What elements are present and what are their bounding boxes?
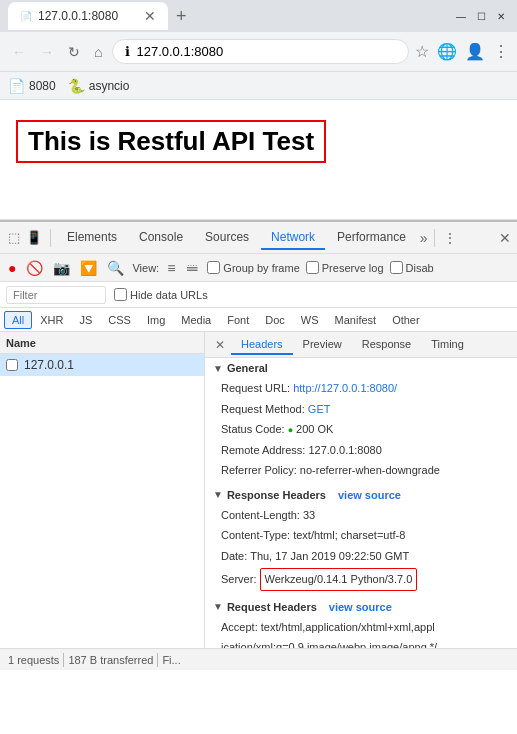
requests-header: Name xyxy=(0,332,204,354)
bookmarks-bar: 📄 8080 🐍 asyncio xyxy=(0,72,517,100)
back-button[interactable]: ← xyxy=(8,42,30,62)
tab-performance[interactable]: Performance xyxy=(327,226,416,250)
browser-tab[interactable]: 📄 127.0.0.1:8080 ✕ xyxy=(8,2,168,30)
header-row-status: Status Code: 200 OK xyxy=(221,419,509,440)
type-js[interactable]: JS xyxy=(71,311,100,329)
req-header-accept: Accept: text/html,application/xhtml+xml,… xyxy=(221,617,509,638)
device-icon[interactable]: 📱 xyxy=(24,228,44,247)
more-tabs-icon[interactable]: » xyxy=(420,230,428,246)
preserve-log-input[interactable] xyxy=(306,261,319,274)
star-icon[interactable]: ☆ xyxy=(415,42,429,61)
details-close-button[interactable]: ✕ xyxy=(209,335,231,355)
bookmark-favicon-asyncio: 🐍 xyxy=(68,78,85,94)
general-section-header[interactable]: ▼ General xyxy=(205,358,517,378)
filter-input[interactable] xyxy=(6,286,106,304)
response-headers-section-header[interactable]: ▼ Response Headers view source xyxy=(205,485,517,505)
request-row[interactable]: 127.0.0.1 xyxy=(0,354,204,376)
detail-tab-timing[interactable]: Timing xyxy=(421,335,474,355)
requests-count: 1 requests xyxy=(8,654,59,666)
inspector-icon[interactable]: ⬚ xyxy=(6,228,22,247)
new-tab-button[interactable]: + xyxy=(176,6,187,27)
type-ws[interactable]: WS xyxy=(293,311,327,329)
response-headers-view-source[interactable]: view source xyxy=(338,489,401,501)
response-headers-title: Response Headers xyxy=(227,489,326,501)
forward-button[interactable]: → xyxy=(36,42,58,62)
request-headers-section-header[interactable]: ▼ Request Headers view source xyxy=(205,597,517,617)
devtools-panel: ⬚ 📱 Elements Console Sources Network Per… xyxy=(0,220,517,670)
camera-icon[interactable]: 📷 xyxy=(51,258,72,278)
type-media[interactable]: Media xyxy=(173,311,219,329)
page-heading: This is Restful API Test xyxy=(16,120,326,163)
view-label: View: xyxy=(132,262,159,274)
devtools-more-icon[interactable]: ⋮ xyxy=(441,228,459,248)
resp-header-server: Server: Werkzeug/0.14.1 Python/3.7.0 xyxy=(221,566,509,593)
maximize-button[interactable]: ☐ xyxy=(473,8,489,24)
type-doc[interactable]: Doc xyxy=(257,311,293,329)
date-key: Date: xyxy=(221,550,247,562)
tab-network[interactable]: Network xyxy=(261,226,325,250)
request-headers-content: Accept: text/html,application/xhtml+xml,… xyxy=(205,617,517,649)
bookmark-favicon-8080: 📄 xyxy=(8,78,25,94)
window-controls: — ☐ ✕ xyxy=(453,8,509,24)
record-icon[interactable]: ● xyxy=(6,258,18,278)
type-font[interactable]: Font xyxy=(219,311,257,329)
hide-data-urls-input[interactable] xyxy=(114,288,127,301)
headers-content: ▼ General Request URL: http://127.0.0.1:… xyxy=(205,358,517,648)
list-view-icon[interactable]: ≡ xyxy=(165,258,177,278)
bookmark-8080[interactable]: 📄 8080 xyxy=(8,78,56,94)
disable-cache-checkbox[interactable]: Disab xyxy=(390,261,434,274)
header-row-referrer: Referrer Policy: no-referrer-when-downgr… xyxy=(221,460,509,481)
accept-value: text/html,application/xhtml+xml,appl xyxy=(261,621,435,633)
close-button[interactable]: ✕ xyxy=(493,8,509,24)
general-section-content: Request URL: http://127.0.0.1:8080/ Requ… xyxy=(205,378,517,485)
url-value: http://127.0.0.1:8080/ xyxy=(293,382,397,394)
type-xhr[interactable]: XHR xyxy=(32,311,71,329)
detail-tab-response[interactable]: Response xyxy=(352,335,422,355)
request-name: 127.0.0.1 xyxy=(24,358,74,372)
status-separator2 xyxy=(157,653,158,667)
content-length-value: 33 xyxy=(303,509,315,521)
header-row-url: Request URL: http://127.0.0.1:8080/ xyxy=(221,378,509,399)
type-manifest[interactable]: Manifest xyxy=(327,311,385,329)
header-row-method: Request Method: GET xyxy=(221,399,509,420)
clear-icon[interactable]: 🚫 xyxy=(24,258,45,278)
devtools-subbar: ● 🚫 📷 🔽 🔍 View: ≡ ⩸ Group by frame Prese… xyxy=(0,254,517,282)
referrer-value: no-referrer-when-downgrade xyxy=(300,464,440,476)
reload-button[interactable]: ↻ xyxy=(64,42,84,62)
type-css[interactable]: CSS xyxy=(100,311,139,329)
bookmark-asyncio[interactable]: 🐍 asyncio xyxy=(68,78,130,94)
server-key: Server: xyxy=(221,573,256,585)
home-button[interactable]: ⌂ xyxy=(90,42,106,62)
large-rows-icon[interactable]: ⩸ xyxy=(183,258,201,278)
hide-data-urls-checkbox[interactable]: Hide data URLs xyxy=(114,288,208,301)
page-content: This is Restful API Test xyxy=(0,100,517,220)
detail-tab-headers[interactable]: Headers xyxy=(231,335,293,355)
search-icon[interactable]: 🔍 xyxy=(105,258,126,278)
minimize-button[interactable]: — xyxy=(453,8,469,24)
detail-tab-preview[interactable]: Preview xyxy=(293,335,352,355)
request-headers-view-source[interactable]: view source xyxy=(329,601,392,613)
account-icon[interactable]: 👤 xyxy=(465,42,485,61)
type-all[interactable]: All xyxy=(4,311,32,329)
tab-console[interactable]: Console xyxy=(129,226,193,250)
status-bar: 1 requests 187 B transferred Fi... xyxy=(0,648,517,670)
preserve-log-checkbox[interactable]: Preserve log xyxy=(306,261,384,274)
security-icon: ℹ xyxy=(125,44,130,59)
tab-close-button[interactable]: ✕ xyxy=(144,8,156,24)
tab-sources[interactable]: Sources xyxy=(195,226,259,250)
tab-elements[interactable]: Elements xyxy=(57,226,127,250)
funnel-icon[interactable]: 🔽 xyxy=(78,258,99,278)
url-bar[interactable]: ℹ 127.0.0.1:8080 xyxy=(112,39,409,64)
type-img[interactable]: Img xyxy=(139,311,173,329)
url-display: 127.0.0.1:8080 xyxy=(136,44,223,59)
content-type-value: text/html; charset=utf-8 xyxy=(293,529,405,541)
group-by-frame-checkbox[interactable]: Group by frame xyxy=(207,261,299,274)
type-other[interactable]: Other xyxy=(384,311,428,329)
finish-time: Fi... xyxy=(162,654,180,666)
request-checkbox[interactable] xyxy=(6,359,18,371)
devtools-close-icon[interactable]: ✕ xyxy=(499,230,511,246)
group-by-frame-input[interactable] xyxy=(207,261,220,274)
address-bar: ← → ↻ ⌂ ℹ 127.0.0.1:8080 ☆ 🌐 👤 ⋮ xyxy=(0,32,517,72)
menu-icon[interactable]: ⋮ xyxy=(493,42,509,61)
disable-cache-input[interactable] xyxy=(390,261,403,274)
